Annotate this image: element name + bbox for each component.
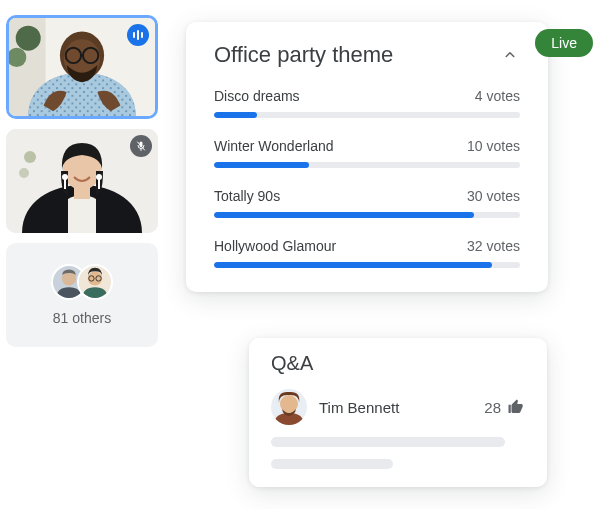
- poll-bar: [214, 112, 520, 118]
- poll-option-votes: 4 votes: [475, 88, 520, 104]
- poll-bar: [214, 162, 520, 168]
- thumbs-up-icon: [507, 398, 525, 416]
- qa-title: Q&A: [271, 352, 525, 375]
- poll-option-votes: 32 votes: [467, 238, 520, 254]
- poll-option-label: Hollywood Glamour: [214, 238, 336, 254]
- poll-card: Office party theme Disco dreams 4 votes …: [186, 22, 548, 292]
- poll-option-label: Disco dreams: [214, 88, 300, 104]
- collapse-poll-button[interactable]: [500, 45, 520, 65]
- speaking-indicator-icon: [127, 24, 149, 46]
- qa-author-name: Tim Bennett: [319, 399, 472, 416]
- poll-bar: [214, 262, 520, 268]
- poll-option[interactable]: Winter Wonderland 10 votes: [214, 138, 520, 168]
- poll-option-label: Totally 90s: [214, 188, 280, 204]
- qa-question-text-placeholder: [271, 437, 505, 447]
- participant-tiles: 81 others: [6, 15, 166, 357]
- svg-point-13: [24, 151, 36, 163]
- others-tile[interactable]: 81 others: [6, 243, 158, 347]
- svg-point-14: [19, 168, 29, 178]
- poll-option[interactable]: Totally 90s 30 votes: [214, 188, 520, 218]
- avatar: [271, 389, 307, 425]
- qa-card: Q&A Tim Bennett 28: [249, 338, 547, 487]
- poll-option[interactable]: Disco dreams 4 votes: [214, 88, 520, 118]
- avatar: [77, 264, 113, 300]
- participant-tile-muted[interactable]: [6, 129, 158, 233]
- chevron-up-icon: [501, 46, 519, 64]
- others-count-label: 81 others: [53, 310, 111, 326]
- live-badge: Live: [535, 29, 593, 57]
- qa-upvote-count: 28: [484, 399, 501, 416]
- poll-option[interactable]: Hollywood Glamour 32 votes: [214, 238, 520, 268]
- muted-mic-icon: [130, 135, 152, 157]
- svg-point-26: [88, 271, 102, 285]
- qa-question-text-placeholder: [271, 459, 393, 469]
- poll-option-label: Winter Wonderland: [214, 138, 334, 154]
- participant-tile-speaking[interactable]: [6, 15, 158, 119]
- poll-title: Office party theme: [214, 42, 393, 68]
- svg-point-2: [16, 26, 41, 51]
- qa-entry[interactable]: Tim Bennett 28: [271, 389, 525, 425]
- qa-upvote-button[interactable]: 28: [484, 398, 525, 416]
- poll-option-votes: 30 votes: [467, 188, 520, 204]
- poll-option-votes: 10 votes: [467, 138, 520, 154]
- others-avatar-stack: [51, 264, 113, 300]
- poll-bar: [214, 212, 520, 218]
